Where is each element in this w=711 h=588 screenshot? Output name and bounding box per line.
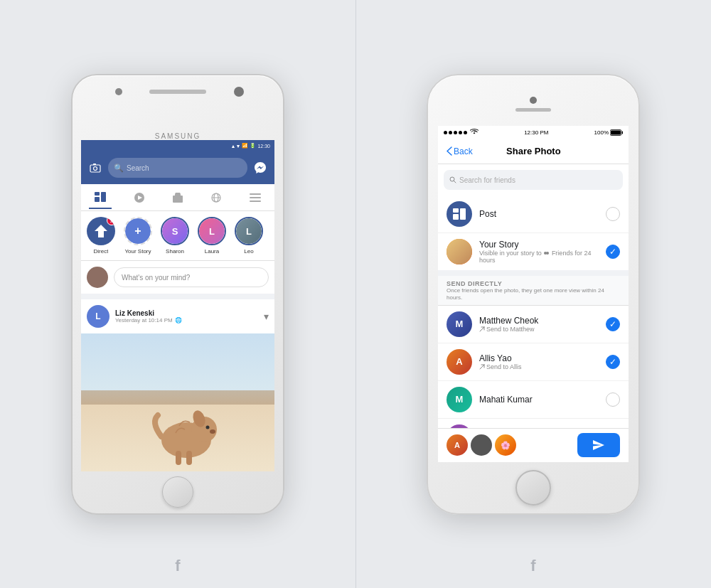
matthew-check[interactable]: ✓	[606, 317, 620, 331]
svg-point-1	[94, 167, 97, 171]
story-option-sublabel: Visible in your story to Friends for 24 …	[479, 250, 599, 264]
your-story-ring: +	[124, 217, 152, 245]
fb-logo-right: f	[530, 557, 535, 575]
allis-avatar: A	[447, 349, 472, 375]
post-option-icon	[447, 201, 472, 227]
nav-marketplace[interactable]	[166, 186, 189, 209]
back-button[interactable]: Back	[447, 146, 473, 156]
svg-rect-13	[250, 197, 261, 198]
android-status-bar: ▲▼ 📶 🔋 12:30	[81, 140, 274, 151]
story-direct[interactable]: 2 Direct	[85, 217, 117, 255]
search-bar[interactable]: 🔍 Search	[108, 158, 247, 178]
user-post-avatar	[87, 267, 108, 288]
direct-badge: 2	[107, 217, 115, 225]
mahati-info: Mahati Kumar	[479, 395, 599, 405]
fb-header: 🔍 Search	[81, 151, 274, 184]
android-screen: ▲▼ 📶 🔋 12:30 🔍 Search	[81, 140, 274, 471]
ios-speaker-bar	[515, 108, 551, 112]
mahati-name: Mahati Kumar	[479, 395, 599, 405]
ios-signals	[444, 129, 479, 137]
story-laura[interactable]: L Laura	[196, 217, 228, 255]
search-friends-placeholder: Search for friends	[459, 176, 515, 184]
svg-rect-2	[93, 164, 96, 165]
svg-rect-8	[173, 196, 183, 203]
feed-meta: Yesterday at 10:14 PM 🌐	[115, 317, 258, 324]
ios-top-bar	[428, 75, 638, 127]
mahati-check[interactable]	[606, 392, 620, 407]
android-home-button[interactable]	[162, 476, 193, 508]
friend-row-mahati[interactable]: M Mahati Kumar	[438, 381, 629, 419]
send-button[interactable]	[577, 433, 620, 457]
wifi-icon: 📶	[242, 143, 248, 149]
ios-bottom-action-bar: A 🌸	[438, 428, 629, 462]
stories-row: 2 Direct + Your Story S Sharon	[81, 211, 274, 261]
friend-row-matthew[interactable]: M Matthew Cheok Send to Matthew ✓	[438, 306, 629, 343]
svg-rect-4	[95, 197, 100, 202]
selected-avatar-3: 🌸	[495, 434, 516, 456]
nav-menu[interactable]	[244, 186, 267, 209]
share-option-post[interactable]: Post	[438, 196, 629, 233]
nav-globe[interactable]	[205, 186, 228, 209]
messenger-icon[interactable]	[252, 159, 269, 176]
search-placeholder: Search	[127, 164, 149, 172]
allis-send-to: Send to Allis	[479, 363, 599, 370]
selected-avatars-group: A 🌸	[447, 434, 572, 456]
arrow-icon-2	[479, 364, 485, 370]
svg-rect-3	[95, 192, 100, 196]
share-option-story[interactable]: Your Story Visible in your story to Frie…	[438, 233, 629, 276]
allis-name: Allis Yao	[479, 353, 599, 363]
ios-nav-bar: Back Share Photo	[438, 139, 629, 164]
sharon-ring: S	[161, 217, 189, 245]
ios-status-bar: 12:30 PM 100%	[438, 126, 629, 139]
android-speaker	[149, 90, 206, 94]
svg-rect-5	[101, 192, 106, 202]
battery-icon: 🔋	[250, 143, 256, 149]
search-friends-icon	[449, 176, 456, 183]
ios-half: 12:30 PM 100% Back	[356, 0, 711, 588]
svg-rect-28	[453, 214, 459, 220]
post-placeholder-text[interactable]: What's on your mind?	[114, 267, 269, 287]
svg-rect-0	[90, 165, 100, 172]
svg-rect-20	[176, 451, 181, 465]
story-your-story[interactable]: + Your Story	[122, 217, 154, 255]
laura-ring: L	[198, 217, 226, 245]
story-option-check[interactable]: ✓	[606, 245, 620, 259]
search-friends-bar[interactable]: Search for friends	[444, 170, 623, 190]
leo-ring: L	[235, 217, 263, 245]
friend-row-allis[interactable]: A Allis Yao Send to Allis ✓	[438, 343, 629, 381]
post-option-check[interactable]	[606, 207, 620, 221]
feed-more-icon[interactable]: ▾	[264, 311, 269, 322]
status-time: 12:30	[257, 144, 270, 149]
allis-info: Allis Yao Send to Allis	[479, 353, 599, 370]
nav-news-feed[interactable]	[89, 186, 112, 209]
feed-time: Yesterday at 10:14 PM	[115, 317, 173, 324]
android-top-bar	[73, 75, 283, 112]
story-leo[interactable]: L Leo	[233, 217, 264, 255]
ios-page-title: Share Photo	[506, 146, 561, 156]
selected-avatar-2	[471, 434, 492, 456]
feed-post-header: L Liz Keneski Yesterday at 10:14 PM 🌐 ▾	[81, 299, 274, 333]
send-directly-title: SEND DIRECTLY	[447, 280, 620, 287]
svg-point-18	[206, 426, 210, 429]
mahati-avatar: M	[447, 387, 472, 412]
nav-video[interactable]	[128, 186, 151, 209]
camera-icon[interactable]	[87, 159, 104, 176]
signal-dot-4	[459, 131, 462, 134]
search-icon: 🔍	[114, 164, 124, 173]
android-phone: SAMSUNG ▲▼ 📶 🔋 12:30	[71, 74, 284, 515]
battery-percent: 100%	[594, 129, 609, 136]
feed-username: Liz Keneski	[115, 309, 258, 317]
signal-dot-3	[454, 131, 457, 134]
matthew-avatar: M	[447, 311, 472, 337]
ios-home-button[interactable]	[515, 470, 551, 506]
allis-check[interactable]: ✓	[606, 355, 620, 369]
matthew-send-to: Send to Matthew	[479, 326, 599, 333]
battery-icon	[610, 129, 623, 136]
story-sharon[interactable]: S Sharon	[159, 217, 191, 255]
signal-icon: ▲▼	[231, 144, 241, 149]
svg-rect-12	[250, 193, 261, 195]
android-half: SAMSUNG ▲▼ 📶 🔋 12:30	[0, 0, 356, 588]
post-box[interactable]: What's on your mind?	[81, 261, 274, 299]
svg-rect-27	[453, 208, 459, 213]
svg-rect-24	[622, 131, 624, 134]
